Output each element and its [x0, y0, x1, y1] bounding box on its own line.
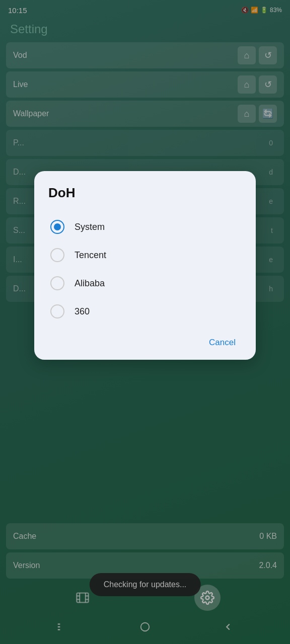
radio-option-system[interactable]: System	[48, 213, 242, 241]
radio-option-tencent[interactable]: Tencent	[48, 241, 242, 269]
radio-tencent-circle[interactable]	[50, 248, 64, 262]
radio-360-circle[interactable]	[50, 304, 64, 318]
doh-dialog: DoH System Tencent Alibaba 360 Cancel	[34, 171, 256, 360]
dialog-title: DoH	[48, 185, 242, 201]
radio-360-label: 360	[75, 306, 90, 317]
radio-tencent-label: Tencent	[75, 250, 106, 261]
radio-system-label: System	[75, 222, 105, 232]
radio-alibaba-circle[interactable]	[50, 276, 64, 290]
radio-option-alibaba[interactable]: Alibaba	[48, 269, 242, 297]
cancel-button[interactable]: Cancel	[203, 334, 242, 352]
radio-alibaba-label: Alibaba	[75, 278, 105, 289]
radio-system-circle[interactable]	[50, 220, 64, 234]
radio-option-360[interactable]: 360	[48, 297, 242, 326]
dialog-actions: Cancel	[48, 328, 242, 352]
